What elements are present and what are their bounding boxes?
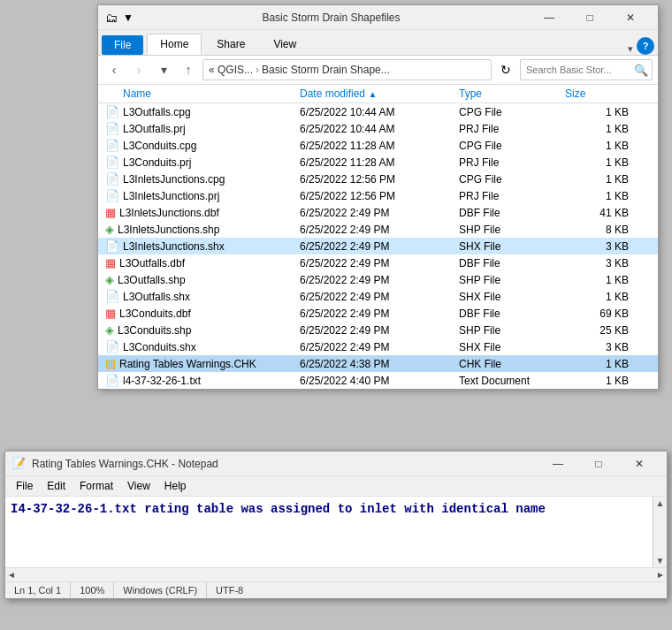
file-row[interactable]: ▦ L3Conduits.dbf 6/25/2022 2:49 PM DBF F… — [98, 305, 658, 322]
file-row[interactable]: 📄 L3InletsJunctions.cpg 6/25/2022 12:56 … — [98, 171, 658, 187]
explorer-window-controls: — □ ✕ — [529, 5, 651, 30]
notepad-menu-file[interactable]: File — [9, 478, 40, 494]
notepad-close-btn[interactable]: ✕ — [619, 452, 660, 476]
maximize-icon: □ — [586, 11, 592, 24]
col-header-size[interactable]: Size — [565, 87, 636, 100]
breadcrumb-qgis[interactable]: « QGIS... — [209, 64, 253, 76]
file-date: 6/25/2022 2:49 PM — [300, 240, 459, 253]
col-header-name[interactable]: Name — [105, 87, 300, 100]
recent-locations-button[interactable]: ▾ — [153, 59, 174, 80]
status-encoding: UTF-8 — [207, 582, 252, 598]
explorer-close-btn[interactable]: ✕ — [610, 5, 651, 30]
file-row[interactable]: 📄 L3Outfalls.cpg 6/25/2022 10:44 AM CPG … — [98, 103, 658, 120]
file-type: SHX File — [459, 291, 565, 303]
refresh-button[interactable]: ↻ — [495, 59, 516, 80]
date-sort-label[interactable]: Date modified — [300, 87, 365, 100]
file-name-cell: 📄 L3Outfalls.cpg — [105, 105, 300, 118]
file-type: PRJ File — [459, 123, 565, 135]
file-list-header: Name Date modified ▲ Type Size — [98, 85, 658, 103]
file-date: 6/25/2022 11:28 AM — [300, 156, 459, 169]
file-name: L3InletsJunctions.cpg — [123, 173, 225, 186]
file-row[interactable]: ◈ L3Outfalls.shp 6/25/2022 2:49 PM SHP F… — [98, 271, 658, 288]
notepad-maximize-btn[interactable]: □ — [578, 452, 619, 476]
file-row[interactable]: 📄 L3Outfalls.shx 6/25/2022 2:49 PM SHX F… — [98, 288, 658, 305]
file-row[interactable]: ▤ Rating Tables Warnings.CHK 6/25/2022 4… — [98, 355, 658, 372]
file-row[interactable]: 📄 L3Conduits.shx 6/25/2022 2:49 PM SHX F… — [98, 338, 658, 355]
refresh-icon: ↻ — [500, 63, 511, 77]
ribbon-tabs: File Home Share View ▾ ? — [98, 30, 658, 55]
maximize-icon: □ — [595, 458, 601, 470]
back-button[interactable]: ‹ — [103, 59, 125, 80]
explorer-maximize-btn[interactable]: □ — [569, 5, 610, 30]
scroll-right-arrow[interactable]: ► — [654, 570, 667, 580]
search-input[interactable] — [520, 59, 653, 80]
close-icon: ✕ — [626, 11, 635, 24]
notepad-menu-view[interactable]: View — [120, 478, 157, 494]
notepad-window: 📝 Rating Tables Warnings.CHK - Notepad —… — [4, 451, 668, 599]
file-size: 1 KB — [565, 140, 636, 152]
forward-button[interactable]: › — [128, 59, 149, 80]
up-button[interactable]: ↑ — [178, 59, 199, 80]
file-date: 6/25/2022 12:56 PM — [300, 173, 459, 186]
scroll-left-arrow[interactable]: ◄ — [5, 570, 18, 580]
file-date: 6/25/2022 10:44 AM — [300, 106, 459, 118]
tab-view[interactable]: View — [260, 34, 309, 55]
file-icon: 📄 — [105, 374, 119, 387]
file-row[interactable]: 📄 l4-37-32-26-1.txt 6/25/2022 4:40 PM Te… — [98, 372, 658, 389]
file-size: 25 KB — [565, 324, 636, 337]
file-date: 6/25/2022 4:40 PM — [300, 375, 459, 387]
file-name-cell: ◈ L3Conduits.shp — [105, 323, 300, 337]
tab-file[interactable]: File — [102, 35, 143, 55]
file-icon: 📄 — [105, 139, 119, 152]
file-row[interactable]: 📄 L3Conduits.prj 6/25/2022 11:28 AM PRJ … — [98, 154, 658, 171]
notepad-menu-edit[interactable]: Edit — [40, 478, 73, 494]
notepad-titlebar: 📝 Rating Tables Warnings.CHK - Notepad —… — [5, 452, 667, 476]
scroll-down-arrow[interactable]: ▼ — [656, 556, 665, 565]
dbf-icon: ▦ — [105, 307, 116, 320]
notepad-minimize-btn[interactable]: — — [538, 452, 578, 476]
file-name-cell: ◈ L3InletsJunctions.shp — [105, 223, 300, 236]
file-type: CPG File — [459, 173, 565, 186]
col-header-date[interactable]: Date modified ▲ — [300, 87, 459, 100]
file-size: 1 KB — [565, 173, 636, 186]
file-row[interactable]: 📄 L3Outfalls.prj 6/25/2022 10:44 AM PRJ … — [98, 120, 658, 137]
file-date: 6/25/2022 2:49 PM — [300, 257, 459, 269]
breadcrumb[interactable]: « QGIS... › Basic Storm Drain Shape... — [202, 59, 492, 80]
file-name-cell: 📄 L3InletsJunctions.shx — [105, 239, 300, 253]
file-row[interactable]: ◈ L3Conduits.shp 6/25/2022 2:49 PM SHP F… — [98, 322, 658, 338]
notepad-menu-format[interactable]: Format — [73, 478, 120, 494]
file-size: 8 KB — [565, 224, 636, 236]
file-type: DBF File — [459, 307, 565, 320]
file-type: SHP File — [459, 224, 565, 236]
col-header-type[interactable]: Type — [459, 87, 565, 100]
status-line-ending: Windows (CRLF) — [114, 582, 207, 598]
titlebar-app-icons: 🗂 ▼ — [105, 11, 134, 25]
notepad-content[interactable]: I4-37-32-26-1.txt rating table was assig… — [5, 497, 653, 567]
dbf-icon: ▦ — [105, 256, 116, 269]
file-size: 1 KB — [565, 274, 636, 286]
file-row[interactable]: 📄 L3Conduits.cpg 6/25/2022 11:28 AM CPG … — [98, 137, 658, 154]
notepad-menu-help[interactable]: Help — [157, 478, 194, 494]
file-date: 6/25/2022 2:49 PM — [300, 291, 459, 303]
help-button[interactable]: ? — [637, 37, 654, 55]
forward-icon: › — [137, 63, 141, 77]
tab-share[interactable]: Share — [203, 34, 258, 55]
tab-home[interactable]: Home — [147, 34, 202, 55]
file-size: 1 KB — [565, 156, 636, 169]
file-name: L3InletsJunctions.prj — [123, 190, 219, 202]
file-row[interactable]: 📄 L3InletsJunctions.prj 6/25/2022 12:56 … — [98, 187, 658, 204]
file-row[interactable]: ▦ L3InletsJunctions.dbf 6/25/2022 2:49 P… — [98, 204, 658, 221]
vertical-scrollbar[interactable]: ▲ ▼ — [653, 497, 667, 567]
file-name: L3Outfalls.shx — [123, 291, 190, 303]
breadcrumb-folder[interactable]: Basic Storm Drain Shape... — [262, 64, 390, 76]
file-row[interactable]: ▦ L3Outfalls.dbf 6/25/2022 2:49 PM DBF F… — [98, 254, 658, 271]
file-row[interactable]: 📄 L3InletsJunctions.shx 6/25/2022 2:49 P… — [98, 238, 658, 254]
file-name-cell: ▦ L3Conduits.dbf — [105, 307, 300, 320]
file-icon: 📄 — [105, 122, 119, 135]
file-name: Rating Tables Warnings.CHK — [119, 358, 256, 370]
minimize-icon: — — [553, 458, 563, 470]
explorer-minimize-btn[interactable]: — — [529, 5, 569, 30]
scroll-up-arrow[interactable]: ▲ — [656, 498, 665, 508]
file-row[interactable]: ◈ L3InletsJunctions.shp 6/25/2022 2:49 P… — [98, 221, 658, 238]
explorer-title: Basic Storm Drain Shapefiles — [134, 11, 529, 24]
